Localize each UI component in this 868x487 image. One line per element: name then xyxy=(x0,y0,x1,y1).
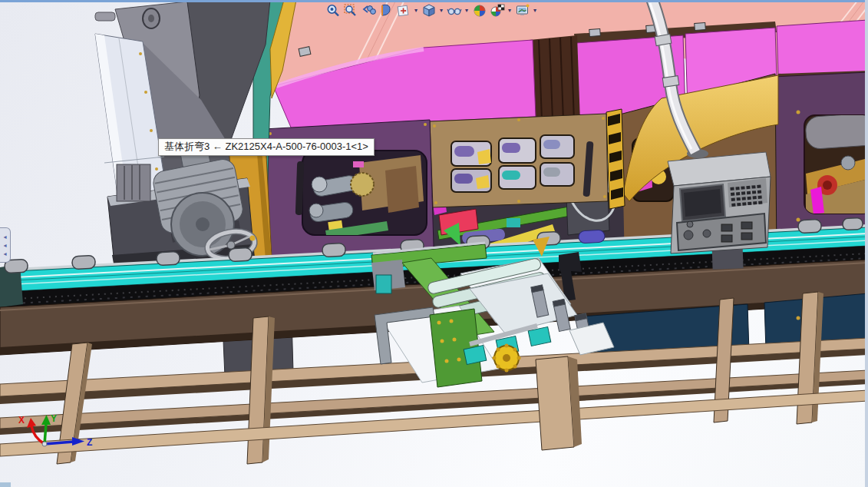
hazard-stripe xyxy=(606,109,625,209)
edit-appearance-icon[interactable] xyxy=(471,2,487,18)
window-corner-chip xyxy=(0,482,11,487)
view-orientation-icon[interactable] xyxy=(395,2,411,18)
section-view-icon[interactable] xyxy=(378,2,394,18)
collapse-arrow-icon: ◂ xyxy=(3,241,6,250)
cad-graphics-area[interactable]: ▾ ▾ ▾ ▾ ▾ 基体折弯3 ← ZK2125X4-A-500-76-0003… xyxy=(0,0,868,487)
collapse-arrow-icon: ◂ xyxy=(3,250,6,258)
window-top-edge xyxy=(0,0,868,2)
panel-knob xyxy=(703,230,711,237)
coordinate-triad: Z Y X xyxy=(12,413,97,461)
y-axis-arrow xyxy=(41,415,51,425)
z-axis-arrow xyxy=(72,437,84,446)
chevron-down-icon[interactable]: ▾ xyxy=(507,2,513,18)
window-right-edge xyxy=(865,0,868,487)
display-style-icon[interactable] xyxy=(421,2,437,18)
assembly-render[interactable] xyxy=(0,0,868,487)
panel-knob xyxy=(684,230,693,240)
previous-view-icon[interactable] xyxy=(360,2,376,18)
x-axis-label: X xyxy=(18,415,25,426)
center-roof-slats[interactable] xyxy=(530,35,580,123)
y-axis-label: Y xyxy=(51,413,57,424)
heads-up-view-toolbar[interactable]: ▾ ▾ ▾ ▾ ▾ xyxy=(325,2,538,18)
chevron-down-icon[interactable]: ▾ xyxy=(413,2,419,18)
apply-scene-icon[interactable] xyxy=(489,2,505,18)
hide-show-items-icon[interactable] xyxy=(446,2,462,18)
view-settings-icon[interactable] xyxy=(514,2,530,18)
collapse-arrow-icon: ◂ xyxy=(3,233,6,241)
zoom-to-fit-icon[interactable] xyxy=(325,2,341,18)
chevron-down-icon[interactable]: ▾ xyxy=(464,2,470,18)
collapsed-panel-tab[interactable]: ◂ ◂ ◂ xyxy=(0,227,11,263)
center-tan-panel[interactable] xyxy=(430,114,608,207)
selection-tooltip: 基体折弯3 ← ZK2125X4-A-500-76-0003-1<1> xyxy=(158,138,375,156)
chevron-down-icon[interactable]: ▾ xyxy=(438,2,444,18)
zoom-to-area-icon[interactable] xyxy=(342,2,358,18)
chevron-down-icon[interactable]: ▾ xyxy=(532,2,538,18)
x-axis-arrow xyxy=(31,426,45,444)
z-axis-label: Z xyxy=(87,437,92,448)
